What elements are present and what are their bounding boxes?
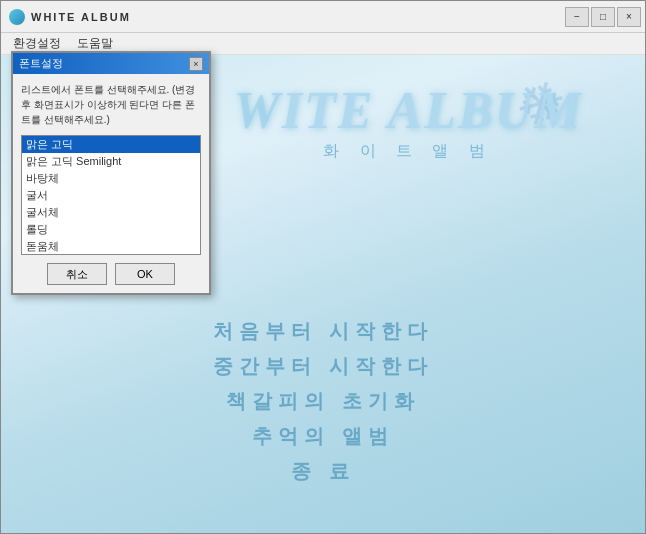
font-dialog-buttons: 취소 OK bbox=[21, 263, 201, 285]
font-list-item-2[interactable]: 바탕체 bbox=[22, 170, 200, 187]
font-list-item-4[interactable]: 굴서체 bbox=[22, 204, 200, 221]
window-controls: − □ × bbox=[565, 7, 641, 27]
font-dialog-title-bar: 폰트설정 × bbox=[13, 53, 209, 74]
font-description: 리스트에서 폰트를 선택해주세요. (변경 후 화면표시가 이상하게 된다면 다… bbox=[21, 82, 201, 127]
font-list-item-6[interactable]: 돋움체 bbox=[22, 238, 200, 255]
app-window: WHITE ALBUM − □ × 환경설정 도움말 ❄ WITE ALBUM … bbox=[0, 0, 646, 534]
font-list-item-1[interactable]: 맑은 고딕 Semilight bbox=[22, 153, 200, 170]
minimize-button[interactable]: − bbox=[565, 7, 589, 27]
bg-menu-item-3[interactable]: 추억의 앨범 bbox=[1, 423, 645, 450]
font-dialog: 폰트설정 × 리스트에서 폰트를 선택해주세요. (변경 후 화면표시가 이상하… bbox=[11, 51, 211, 295]
album-subtitle: 화 이 트 앨 범 bbox=[181, 141, 635, 162]
title-bar: WHITE ALBUM − □ × bbox=[1, 1, 645, 33]
bg-menu-item-2[interactable]: 책갈피의 초기화 bbox=[1, 388, 645, 415]
album-title-main: WITE ALBUM bbox=[181, 85, 635, 137]
font-list-item-0[interactable]: 맑은 고딕 bbox=[22, 136, 200, 153]
bg-menu-item-1[interactable]: 중간부터 시작한다 bbox=[1, 353, 645, 380]
font-dialog-title-text: 폰트설정 bbox=[19, 56, 63, 71]
album-title-text: ITE ALBUM bbox=[282, 82, 583, 139]
maximize-button[interactable]: □ bbox=[591, 7, 615, 27]
font-list-item-5[interactable]: 롤딩 bbox=[22, 221, 200, 238]
font-dialog-close-button[interactable]: × bbox=[189, 57, 203, 71]
font-dialog-body: 리스트에서 폰트를 선택해주세요. (변경 후 화면표시가 이상하게 된다면 다… bbox=[13, 74, 209, 293]
font-list-item-3[interactable]: 굴서 bbox=[22, 187, 200, 204]
ok-button[interactable]: OK bbox=[115, 263, 175, 285]
cancel-button[interactable]: 취소 bbox=[47, 263, 107, 285]
bg-menu-item-0[interactable]: 처음부터 시작한다 bbox=[1, 318, 645, 345]
app-icon bbox=[9, 9, 25, 25]
bg-menu-item-4[interactable]: 종 료 bbox=[1, 458, 645, 485]
font-listbox[interactable]: 맑은 고딕 맑은 고딕 Semilight 바탕체 굴서 굴서체 롤딩 돋움체 … bbox=[21, 135, 201, 255]
bg-menu: 처음부터 시작한다 중간부터 시작한다 책갈피의 초기화 추억의 앨범 종 료 bbox=[1, 310, 645, 493]
close-button[interactable]: × bbox=[617, 7, 641, 27]
app-title: WHITE ALBUM bbox=[31, 11, 131, 23]
album-title-area: WITE ALBUM 화 이 트 앨 범 bbox=[181, 85, 635, 162]
